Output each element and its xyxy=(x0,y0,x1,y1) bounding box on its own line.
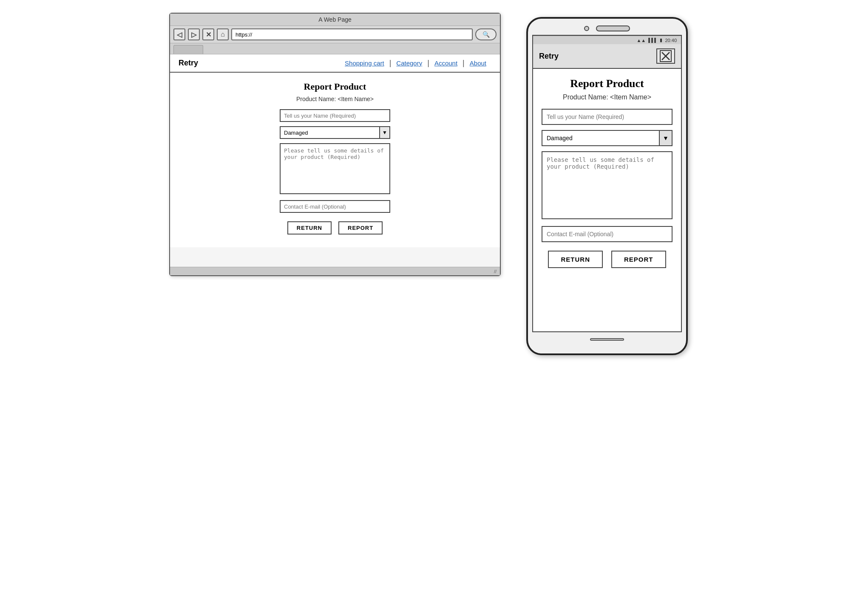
phone-select-arrow-icon: ▼ xyxy=(659,131,672,145)
nav-link-account[interactable]: Account xyxy=(429,59,463,67)
close-button[interactable]: ✕ xyxy=(202,28,214,40)
browser-content: Retry Shopping cart | Category | Account… xyxy=(170,54,500,267)
report-button[interactable]: REPORT xyxy=(338,221,383,235)
phone-mockup: ▲▲ ▌▌▌ ▮ 20:40 Retry Report Product Prod… xyxy=(526,17,688,355)
search-icon: 🔍 xyxy=(482,31,490,38)
phone-site-logo: Retry xyxy=(539,52,559,61)
x-close-icon xyxy=(660,50,672,62)
browser-mockup: A Web Page ◁ ▷ ✕ ⌂ 🔍 Retry xyxy=(169,13,501,276)
search-button[interactable]: 🔍 xyxy=(475,28,497,40)
home-icon: ⌂ xyxy=(221,31,225,38)
return-button[interactable]: RETURN xyxy=(287,221,332,235)
product-name-label: Product Name: <Item Name> xyxy=(296,96,374,102)
form-buttons: RETURN REPORT xyxy=(287,221,383,235)
browser-footer: // xyxy=(170,267,500,275)
nav-link-category[interactable]: Category xyxy=(391,59,427,67)
tab-label xyxy=(180,47,197,53)
browser-titlebar: A Web Page xyxy=(170,14,500,26)
phone-return-button[interactable]: RETURN xyxy=(548,251,603,268)
phone-top-bar xyxy=(532,25,682,31)
category-select[interactable]: Damaged Wrong Item Missing Parts Other xyxy=(281,128,379,138)
phone-name-input[interactable] xyxy=(542,109,673,125)
email-input[interactable] xyxy=(280,200,390,213)
forward-button[interactable]: ▷ xyxy=(188,28,200,40)
name-input[interactable] xyxy=(280,109,390,122)
time-display: 20:40 xyxy=(665,38,677,43)
nav-link-shopping-cart[interactable]: Shopping cart xyxy=(340,59,389,67)
phone-page-title: Report Product xyxy=(542,77,673,90)
browser-toolbar: ◁ ▷ ✕ ⌂ 🔍 xyxy=(170,26,500,43)
details-field-group xyxy=(280,143,390,196)
phone-details-textarea[interactable] xyxy=(542,151,673,219)
phone-close-button[interactable] xyxy=(656,48,675,64)
battery-icon: ▮ xyxy=(660,37,662,43)
resize-handle-icon: // xyxy=(494,269,497,274)
phone-home-indicator xyxy=(590,338,624,341)
page-title: Report Product xyxy=(304,81,366,92)
email-field-group xyxy=(280,200,390,213)
home-button[interactable]: ⌂ xyxy=(217,28,229,40)
site-navbar: Retry Shopping cart | Category | Account… xyxy=(170,54,500,73)
details-textarea[interactable] xyxy=(280,143,390,194)
back-icon: ◁ xyxy=(177,31,182,39)
phone-form-buttons: RETURN REPORT xyxy=(542,251,673,268)
phone-home-bar xyxy=(532,338,682,341)
phone-select-wrapper: Damaged Wrong Item Missing Parts Other ▼ xyxy=(542,130,673,146)
phone-screen: ▲▲ ▌▌▌ ▮ 20:40 Retry Report Product Prod… xyxy=(532,35,682,332)
wifi-icon: ▲▲ xyxy=(636,38,646,43)
back-button[interactable]: ◁ xyxy=(173,28,185,40)
phone-camera xyxy=(584,26,589,31)
url-bar[interactable] xyxy=(231,28,473,40)
phone-product-name: Product Name: <Item Name> xyxy=(542,93,673,101)
phone-status-bar: ▲▲ ▌▌▌ ▮ 20:40 xyxy=(533,36,681,44)
select-arrow-icon: ▼ xyxy=(379,127,389,138)
category-select-wrapper: Damaged Wrong Item Missing Parts Other ▼ xyxy=(280,126,390,139)
report-form: Report Product Product Name: <Item Name>… xyxy=(183,81,487,235)
browser-tab-bar xyxy=(170,43,500,54)
signal-icon: ▌▌▌ xyxy=(648,38,657,42)
browser-tab[interactable] xyxy=(173,45,203,54)
forward-icon: ▷ xyxy=(191,31,196,39)
name-field-group xyxy=(280,109,390,122)
site-logo: Retry xyxy=(179,59,198,68)
browser-title: A Web Page xyxy=(318,16,352,23)
category-field-group: Damaged Wrong Item Missing Parts Other ▼ xyxy=(280,126,390,139)
site-content: Report Product Product Name: <Item Name>… xyxy=(170,73,500,247)
site-nav-links: Shopping cart | Category | Account | Abo… xyxy=(340,59,491,68)
phone-content: Report Product Product Name: <Item Name>… xyxy=(533,69,681,281)
phone-report-button[interactable]: REPORT xyxy=(611,251,666,268)
close-icon: ✕ xyxy=(206,31,211,39)
phone-speaker xyxy=(596,25,630,31)
phone-email-input[interactable] xyxy=(542,226,673,242)
nav-link-about[interactable]: About xyxy=(465,59,491,67)
phone-navbar: Retry xyxy=(533,44,681,69)
phone-category-select[interactable]: Damaged Wrong Item Missing Parts Other xyxy=(542,133,659,143)
